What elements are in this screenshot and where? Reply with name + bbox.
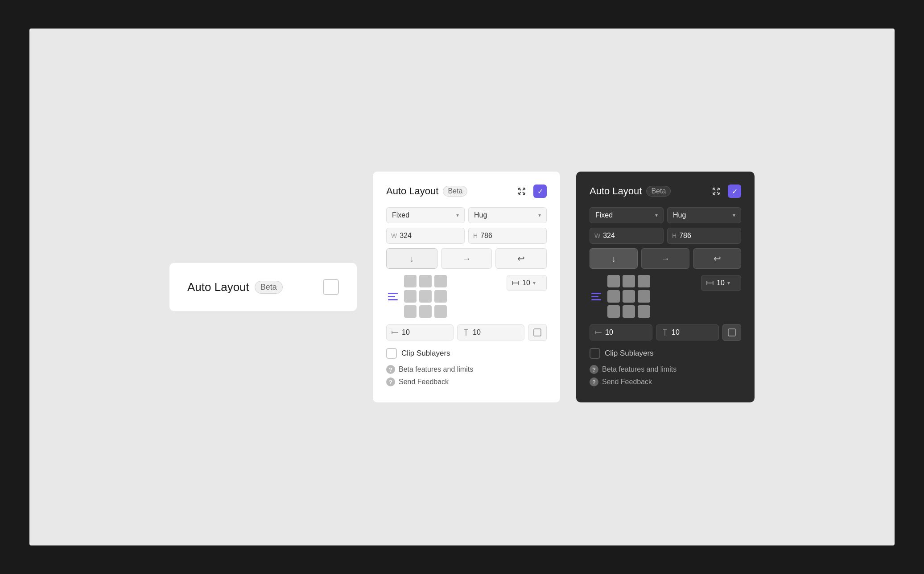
card3-align-dot-mr[interactable] — [638, 290, 650, 303]
card2-enable-checkbox[interactable]: ✓ — [533, 184, 547, 198]
card3-align-dot-mc[interactable] — [623, 290, 635, 303]
card3-gap-chevron: ▾ — [727, 280, 730, 286]
card3-dropdown-hug[interactable]: Hug ▾ — [667, 207, 741, 223]
card3-send-feedback-link[interactable]: ? Send Feedback — [590, 377, 741, 386]
card2-w-field[interactable]: W 324 — [386, 228, 465, 244]
dir-btn-wrap[interactable]: ↩ — [495, 248, 547, 269]
card2-send-feedback-link[interactable]: ? Send Feedback — [386, 377, 547, 386]
card3-align-dot-br[interactable] — [638, 305, 650, 318]
card2-gap-area: 10 ▾ — [507, 275, 547, 291]
card3-arrow-wrap-icon: ↩ — [714, 253, 721, 264]
gap-value: 10 — [522, 279, 530, 287]
card2-expand-padding-btn[interactable] — [528, 324, 547, 341]
question-icon-beta: ? — [386, 365, 395, 374]
card3-gap-value: 10 — [717, 279, 725, 287]
card2-pad-h-field[interactable]: 10 — [386, 324, 454, 340]
card3-align-dot-tr[interactable] — [638, 275, 650, 287]
card3-w-value: 324 — [603, 232, 615, 240]
align-dot-tl[interactable] — [404, 275, 417, 287]
card3-dir-btn-down[interactable]: ↓ — [590, 248, 638, 269]
card3-header-left: Auto Layout Beta — [590, 185, 671, 197]
gap-icon — [512, 279, 520, 287]
align-dot-mc[interactable] — [419, 290, 432, 303]
question-icon-feedback: ? — [386, 377, 395, 386]
align-dot-tc[interactable] — [419, 275, 432, 287]
card3-question-mark-2: ? — [592, 379, 596, 385]
card3-arrow-right-icon: → — [661, 254, 670, 264]
card3-clip-label: Clip Sublayers — [605, 349, 654, 358]
card1-title: Auto Layout — [187, 280, 249, 294]
card3-wh-row: W 324 H 786 — [590, 228, 741, 244]
card3-enable-checkbox[interactable]: ✓ — [728, 184, 741, 198]
w-label: W — [391, 232, 397, 239]
align-dot-br[interactable] — [434, 305, 447, 318]
card3-arrow-down-icon: ↓ — [611, 254, 616, 264]
card3-w-label: W — [594, 232, 600, 239]
card2-clip-checkbox[interactable] — [386, 348, 397, 359]
arrow-right-icon: → — [462, 254, 471, 264]
card3-pad-h-field[interactable]: 10 — [590, 324, 652, 340]
align-dot-ml[interactable] — [404, 290, 417, 303]
card2-beta-features-text: Beta features and limits — [399, 365, 473, 373]
card3-pad-h-icon — [594, 328, 602, 336]
card3-align-dot-tl[interactable] — [607, 275, 620, 287]
card3-align-dot-bl[interactable] — [607, 305, 620, 318]
card2-align-left — [386, 275, 447, 318]
align-dot-bl[interactable] — [404, 305, 417, 318]
dir-btn-right[interactable]: → — [441, 248, 492, 269]
card2-gap-dropdown[interactable]: 10 ▾ — [507, 275, 547, 291]
card3-direction-row: ↓ → ↩ — [590, 248, 741, 269]
card2-pad-v-field[interactable]: 10 — [457, 324, 524, 340]
card3-pad-v-field[interactable]: 10 — [656, 324, 719, 340]
align-lines-icon — [386, 290, 400, 303]
card3-w-field[interactable]: W 324 — [590, 228, 664, 244]
card2-h-field[interactable]: H 786 — [468, 228, 547, 244]
expand-padding-icon — [533, 328, 542, 337]
pad-v-icon — [462, 328, 470, 336]
card3-align-dot-tc[interactable] — [623, 275, 635, 287]
card3-beta-badge: Beta — [646, 186, 671, 197]
card1-checkbox[interactable] — [323, 279, 339, 295]
card2-clip-label: Clip Sublayers — [401, 349, 450, 358]
alignment-grid — [404, 275, 447, 318]
arrow-wrap-icon: ↩ — [517, 253, 525, 264]
card3-h-value: 786 — [679, 232, 691, 240]
card2-wh-row: W 324 H 786 — [386, 228, 547, 244]
card3-dir-btn-wrap[interactable]: ↩ — [693, 248, 741, 269]
card3-dropdown-row: Fixed ▾ Hug ▾ — [590, 207, 741, 223]
collapse-icon[interactable] — [515, 184, 529, 198]
card3-chevron-down-1: ▾ — [655, 212, 658, 218]
card3-dir-btn-right[interactable]: → — [641, 248, 689, 269]
dir-btn-down[interactable]: ↓ — [386, 248, 437, 269]
align-dot-mr[interactable] — [434, 290, 447, 303]
pad-h-value: 10 — [402, 328, 410, 336]
card3-pad-v-value: 10 — [672, 328, 680, 336]
align-dot-tr[interactable] — [434, 275, 447, 287]
card2-direction-row: ↓ → ↩ — [386, 248, 547, 269]
card3-dropdown-hug-label: Hug — [673, 211, 686, 219]
card3-send-feedback-text: Send Feedback — [602, 378, 652, 386]
card1-beta-badge: Beta — [255, 281, 283, 294]
check-icon-dark: ✓ — [732, 187, 738, 196]
card3-align-dot-bc[interactable] — [623, 305, 635, 318]
card3-dropdown-fixed[interactable]: Fixed ▾ — [590, 207, 664, 223]
card3-gap-dropdown[interactable]: 10 ▾ — [701, 275, 741, 291]
card2-dropdown-hug[interactable]: Hug ▾ — [468, 207, 547, 223]
card3-expand-padding-btn[interactable] — [722, 324, 741, 341]
card3-align-dot-ml[interactable] — [607, 290, 620, 303]
card3-h-field[interactable]: H 786 — [667, 228, 741, 244]
card2-dropdown-fixed[interactable]: Fixed ▾ — [386, 207, 465, 223]
card2-header-icons: ✓ — [515, 184, 547, 198]
card2-beta-features-link[interactable]: ? Beta features and limits — [386, 365, 547, 374]
card3-pad-v-icon — [661, 328, 669, 336]
h-label: H — [473, 232, 478, 239]
card3-clip-checkbox[interactable] — [590, 348, 600, 359]
card3-beta-features-link[interactable]: ? Beta features and limits — [590, 365, 741, 374]
arrow-down-icon: ↓ — [409, 254, 414, 264]
question-mark-2: ? — [389, 379, 392, 385]
svg-rect-39 — [728, 329, 735, 336]
card2-header: Auto Layout Beta — [386, 184, 547, 198]
card3-collapse-icon[interactable] — [709, 184, 723, 198]
card3-question-mark: ? — [592, 366, 596, 373]
align-dot-bc[interactable] — [419, 305, 432, 318]
